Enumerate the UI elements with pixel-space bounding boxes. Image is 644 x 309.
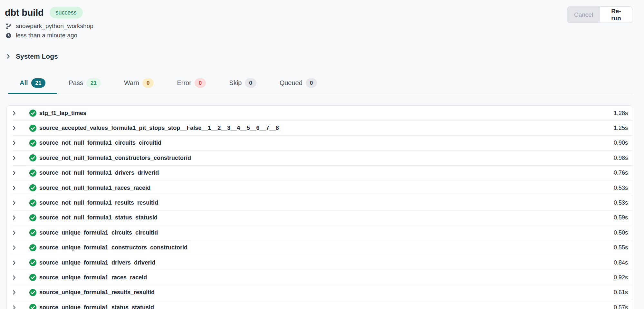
pass-check-icon — [29, 169, 37, 177]
run-time-ago: less than a minute ago — [16, 32, 77, 39]
system-logs-label: System Logs — [16, 53, 58, 60]
page-title: dbt build — [5, 7, 44, 18]
result-row[interactable]: source_not_null_formula1_results_resulti… — [7, 195, 633, 210]
result-name: source_not_null_formula1_results_resulti… — [39, 199, 158, 206]
result-duration: 0.61s — [614, 289, 628, 296]
tab-count-badge: 21 — [31, 78, 46, 88]
run-header: dbt build success — [5, 7, 644, 18]
result-name: stg_f1_lap_times — [39, 110, 86, 117]
result-name: source_not_null_formula1_races_raceid — [39, 185, 150, 191]
tab-count-badge: 0 — [142, 78, 154, 88]
result-row[interactable]: source_unique_formula1_drivers_driverid … — [7, 255, 633, 270]
expand-row-chevron-icon[interactable] — [11, 185, 17, 191]
result-duration: 1.25s — [614, 125, 628, 131]
tab-count-badge: 0 — [306, 78, 317, 88]
result-row[interactable]: source_unique_formula1_races_raceid 0.92… — [7, 270, 633, 285]
pass-check-icon — [29, 274, 37, 281]
run-actions: Cancel Re-run — [567, 6, 632, 23]
status-filter-tabs: All 21 Pass 21 Warn 0 Error 0 Skip 0 Que… — [5, 78, 633, 94]
expand-row-chevron-icon[interactable] — [11, 170, 17, 176]
result-row[interactable]: source_unique_formula1_results_resultid … — [7, 285, 633, 300]
tab-count-badge: 0 — [195, 78, 206, 88]
git-branch-icon — [5, 23, 12, 29]
pass-check-icon — [29, 214, 37, 222]
expand-row-chevron-icon[interactable] — [11, 125, 17, 131]
expand-row-chevron-icon[interactable] — [11, 215, 17, 221]
tab-pass[interactable]: Pass 21 — [57, 78, 112, 94]
expand-row-chevron-icon[interactable] — [11, 275, 17, 281]
result-name: source_unique_formula1_constructors_cons… — [39, 244, 187, 251]
status-badge: success — [50, 7, 83, 18]
tab-label: Pass — [69, 79, 83, 87]
result-row[interactable]: source_unique_formula1_constructors_cons… — [7, 240, 633, 255]
pass-check-icon — [29, 154, 37, 162]
result-row[interactable]: stg_f1_lap_times 1.28s — [7, 106, 633, 121]
result-duration: 0.50s — [614, 229, 628, 236]
rerun-button[interactable]: Re-run — [600, 7, 632, 23]
pass-check-icon — [29, 259, 37, 266]
result-name: source_unique_formula1_races_raceid — [39, 274, 147, 281]
tab-label: Error — [177, 79, 191, 87]
tab-label: Queued — [280, 79, 303, 87]
result-row[interactable]: source_unique_formula1_status_statusid 0… — [7, 300, 633, 309]
pass-check-icon — [29, 289, 37, 296]
result-duration: 0.84s — [614, 259, 628, 266]
expand-row-chevron-icon[interactable] — [11, 230, 17, 236]
result-duration: 1.28s — [614, 110, 628, 117]
run-meta: snowpark_python_workshop less than a min… — [5, 22, 644, 40]
result-name: source_unique_formula1_circuits_circuiti… — [39, 229, 158, 236]
result-row[interactable]: source_accepted_values_formula1_pit_stop… — [7, 121, 633, 135]
cancel-button[interactable]: Cancel — [567, 7, 600, 23]
pass-check-icon — [29, 229, 37, 237]
expand-row-chevron-icon[interactable] — [11, 200, 17, 206]
pass-check-icon — [29, 124, 37, 132]
expand-row-chevron-icon[interactable] — [11, 155, 17, 161]
result-row[interactable]: source_unique_formula1_circuits_circuiti… — [7, 225, 633, 240]
system-logs-toggle[interactable]: System Logs — [5, 53, 58, 60]
result-name: source_accepted_values_formula1_pit_stop… — [39, 125, 279, 131]
pass-check-icon — [29, 244, 37, 252]
expand-row-chevron-icon[interactable] — [11, 289, 17, 295]
result-duration: 0.53s — [614, 199, 628, 206]
result-name: source_unique_formula1_results_resultid — [39, 289, 155, 296]
result-duration: 0.57s — [614, 304, 628, 309]
tab-error[interactable]: Error 0 — [165, 78, 217, 94]
expand-row-chevron-icon[interactable] — [11, 140, 17, 146]
result-row[interactable]: source_not_null_formula1_drivers_driveri… — [7, 166, 633, 180]
result-name: source_not_null_formula1_circuits_circui… — [39, 140, 161, 146]
tab-count-badge: 21 — [86, 78, 101, 88]
results-list: stg_f1_lap_times 1.28s source_accepted_v… — [6, 105, 633, 309]
result-name: source_not_null_formula1_drivers_driveri… — [39, 169, 159, 176]
tab-label: Skip — [229, 79, 242, 87]
tab-warn[interactable]: Warn 0 — [112, 78, 166, 94]
result-name: source_unique_formula1_status_statusid — [39, 304, 154, 309]
result-duration: 0.90s — [614, 140, 628, 146]
branch-row: snowpark_python_workshop — [5, 22, 644, 30]
result-row[interactable]: source_not_null_formula1_races_raceid 0.… — [7, 180, 633, 195]
clock-icon — [5, 33, 12, 39]
result-duration: 0.59s — [614, 214, 628, 221]
result-row[interactable]: source_not_null_formula1_circuits_circui… — [7, 136, 633, 150]
expand-row-chevron-icon[interactable] — [11, 304, 17, 309]
result-row[interactable]: source_not_null_formula1_constructors_co… — [7, 150, 633, 165]
time-row: less than a minute ago — [5, 31, 644, 40]
tab-label: All — [20, 79, 28, 87]
result-duration: 0.53s — [614, 185, 628, 191]
expand-row-chevron-icon[interactable] — [11, 260, 17, 266]
result-name: source_not_null_formula1_status_statusid — [39, 214, 158, 221]
chevron-right-icon — [5, 53, 11, 59]
branch-name: snowpark_python_workshop — [16, 23, 93, 30]
expand-row-chevron-icon[interactable] — [11, 245, 17, 251]
result-duration: 0.92s — [614, 274, 628, 281]
pass-check-icon — [29, 184, 37, 192]
tab-label: Warn — [124, 79, 139, 87]
result-name: source_not_null_formula1_constructors_co… — [39, 155, 191, 161]
pass-check-icon — [29, 109, 37, 117]
tab-all[interactable]: All 21 — [8, 78, 57, 94]
result-name: source_unique_formula1_drivers_driverid — [39, 259, 155, 266]
result-row[interactable]: source_not_null_formula1_status_statusid… — [7, 210, 633, 225]
result-duration: 0.98s — [614, 155, 628, 161]
expand-row-chevron-icon[interactable] — [11, 110, 17, 116]
tab-skip[interactable]: Skip 0 — [217, 78, 268, 94]
tab-queued[interactable]: Queued 0 — [268, 78, 329, 94]
